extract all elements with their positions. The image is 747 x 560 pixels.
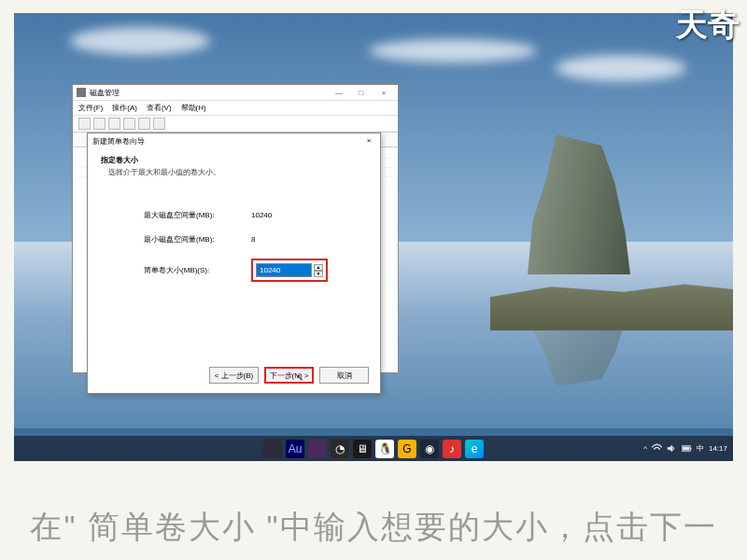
toolbar-button[interactable] [78,118,91,130]
taskbar-app-icon[interactable]: G [398,440,416,458]
volume-size-label: 简单卷大小(MB)(S): [144,265,251,275]
toolbar-button[interactable] [153,118,165,130]
max-space-label: 最大磁盘空间量(MB): [144,210,251,220]
back-button[interactable]: < 上一步(B) [209,367,259,384]
taskbar-app-icon[interactable]: 🐧 [375,440,394,458]
edge-icon[interactable]: e [465,440,484,458]
dialog-titlebar[interactable]: 新建简单卷向导 × [88,133,380,149]
window-titlebar[interactable]: 磁盘管理 — □ × [73,85,398,101]
svg-rect-2 [683,447,689,451]
toolbar-button[interactable] [108,118,120,130]
taskbar-app-icon[interactable]: 🖥 [353,440,372,458]
new-simple-volume-wizard: 新建简单卷向导 × 指定卷大小 选择介于最大和最小值的卷大小。 最大磁盘空间量(… [87,133,381,394]
menu-view[interactable]: 查看(V) [147,103,172,113]
taskbar-app-icon[interactable]: Au [286,440,304,458]
maximize-button[interactable]: □ [351,87,372,98]
wizard-body: 最大磁盘空间量(MB): 10240 最小磁盘空间量(MB): 8 简单卷大小(… [88,187,380,282]
toolbar-button[interactable] [138,118,150,130]
menu-file[interactable]: 文件(F) [78,103,103,113]
wizard-footer: < 上一步(B) 下一步(N) > ↖ 取消 [209,367,369,384]
wallpaper-cloud [70,27,210,55]
minimize-button[interactable]: — [329,87,349,98]
volume-size-highlight: ▲ ▼ [251,259,328,282]
field-max-space: 最大磁盘空间量(MB): 10240 [144,210,380,220]
taskbar-app-icon[interactable] [263,440,282,458]
spinner-up-button[interactable]: ▲ [314,264,323,271]
wizard-heading: 指定卷大小 [101,155,367,165]
steam-icon[interactable]: ◉ [420,440,439,458]
desktop-screen: 磁盘管理 — □ × 文件(F) 操作(A) 查看(V) 帮助(H) 卷 布局 … [14,13,733,461]
spinner: ▲ ▼ [314,264,323,277]
taskbar-center-icons: Au ◔ 🖥 🐧 G ◉ ♪ e [263,440,484,458]
menu-bar: 文件(F) 操作(A) 查看(V) 帮助(H) [73,101,398,116]
min-space-label: 最小磁盘空间量(MB): [144,234,251,245]
netease-music-icon[interactable]: ♪ [443,440,461,458]
volume-icon[interactable] [667,443,677,454]
wallpaper-cloud [556,55,686,81]
toolbar-button[interactable] [123,118,135,130]
next-button[interactable]: 下一步(N) > ↖ [264,367,314,384]
cancel-button[interactable]: 取消 [319,367,369,384]
spinner-down-button[interactable]: ▼ [314,271,323,277]
toolbar-button[interactable] [93,118,106,130]
close-button[interactable]: × [362,136,375,147]
caption-text: 在" 简单卷大小 "中输入想要的大小，点击下一 [0,506,747,549]
min-space-value: 8 [251,235,255,244]
clock[interactable]: 14:17 [709,444,727,453]
wizard-header: 指定卷大小 选择介于最大和最小值的卷大小。 [88,149,380,187]
toolbar [73,116,398,133]
close-button[interactable]: × [374,87,394,98]
dialog-title: 新建简单卷向导 [92,136,362,147]
watermark: 天奇 [669,0,747,50]
wallpaper-cloud [369,39,537,63]
wifi-icon[interactable] [652,443,662,454]
max-space-value: 10240 [251,211,272,219]
app-icon [77,88,86,97]
taskbar[interactable]: Au ◔ 🖥 🐧 G ◉ ♪ e ^ 中 14:17 [14,436,733,461]
taskbar-app-icon[interactable] [308,440,327,458]
window-title: 磁盘管理 [90,88,329,98]
battery-icon[interactable] [682,443,692,454]
svg-rect-1 [690,448,691,450]
system-tray[interactable]: ^ 中 14:17 [643,443,727,454]
next-button-label: 下一步(N) > [270,371,309,381]
menu-action[interactable]: 操作(A) [112,103,137,113]
wizard-subheading: 选择介于最大和最小值的卷大小。 [101,168,367,177]
tray-chevron-icon[interactable]: ^ [643,444,647,453]
field-min-space: 最小磁盘空间量(MB): 8 [144,234,380,245]
field-volume-size: 简单卷大小(MB)(S): ▲ ▼ [144,259,380,282]
taskbar-app-icon[interactable]: ◔ [331,440,349,458]
volume-size-input[interactable] [256,263,312,277]
ime-indicator[interactable]: 中 [697,443,704,454]
menu-help[interactable]: 帮助(H) [181,103,206,113]
